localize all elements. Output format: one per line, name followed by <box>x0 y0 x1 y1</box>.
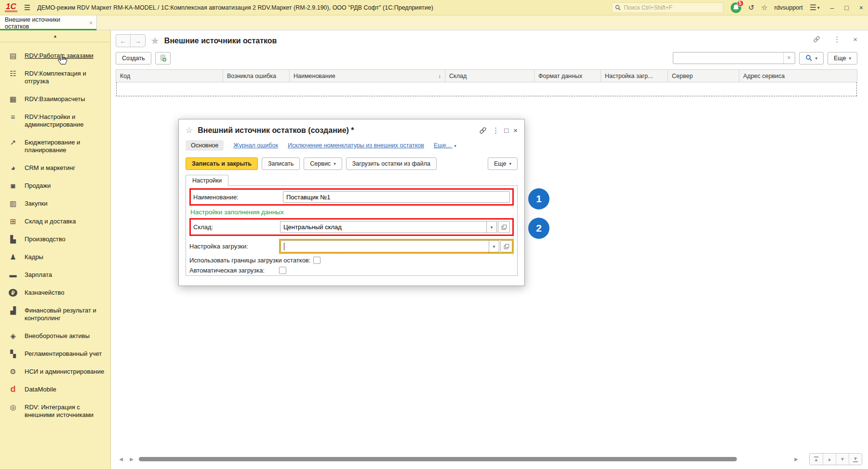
tab-close-icon[interactable]: × <box>89 20 93 26</box>
settings-form: Наименование: Настройки заполнения данны… <box>186 185 518 276</box>
main-menu-icon[interactable]: ☰ <box>24 3 30 12</box>
sidebar-item-noncurrent-assets[interactable]: ◈ Внеоборотные активы <box>0 329 110 343</box>
sidebar-item-rdv-settings-admin[interactable]: ≡ RDV:Настройки и администрирование <box>0 110 110 131</box>
sidebar-item-production[interactable]: ▙ Производство <box>0 233 110 246</box>
sidebar-item-rdv-settlements[interactable]: ▦ RDV:Взаиморасчеты <box>0 92 110 106</box>
close-panel-icon[interactable]: × <box>853 36 857 43</box>
dialog-close-icon[interactable]: × <box>513 126 518 134</box>
create-button[interactable]: Создать <box>116 52 151 65</box>
service-button[interactable]: Сервис ▾ <box>304 157 342 170</box>
tab-external-balance-sources[interactable]: Внешние источники остатков × <box>0 15 97 30</box>
clear-search-icon[interactable]: × <box>783 52 795 64</box>
go-first-button[interactable]: ▲ <box>810 454 823 465</box>
load-setting-dropdown-button[interactable]: ▾ <box>489 240 499 252</box>
warehouse-label: Склад: <box>193 223 280 231</box>
empty-row-focus[interactable] <box>116 82 857 96</box>
list-search-input[interactable]: × <box>673 52 795 64</box>
load-setting-label: Настройка загрузки: <box>189 243 279 250</box>
more-dots-icon[interactable]: ⋮ <box>833 36 841 43</box>
name-input[interactable] <box>283 191 510 203</box>
back-button[interactable]: ← <box>116 35 131 47</box>
scroll-right-icon[interactable]: ▶ <box>126 455 137 464</box>
go-last-button[interactable]: ▼ <box>849 454 862 465</box>
dialog-favorite-star-icon[interactable]: ☆ <box>186 125 193 135</box>
list-search-field[interactable] <box>673 55 783 62</box>
load-setting-open-button[interactable] <box>500 240 512 252</box>
scroll-right-end-icon[interactable]: ▶ <box>791 455 801 464</box>
sidebar-item-datamobile[interactable]: d DataMobile <box>0 383 110 396</box>
column-code[interactable]: Код <box>116 70 223 82</box>
get-link-icon[interactable] <box>813 35 821 43</box>
sidebar-item-crm-marketing[interactable]: ◕ CRM и маркетинг <box>0 161 110 175</box>
maximize-button[interactable]: □ <box>844 4 848 11</box>
boxes-icon: ⊞ <box>9 218 17 225</box>
sidebar-item-treasury[interactable]: ₽ Казначейство <box>0 286 110 300</box>
favorite-star-icon[interactable]: ★ <box>150 35 160 47</box>
dialog-maximize-icon[interactable]: □ <box>504 126 508 134</box>
copy-button[interactable] <box>155 52 171 65</box>
dialog-more-dots-icon[interactable]: ⋮ <box>492 126 499 135</box>
nav-error-log-link[interactable]: Журнал ошибок <box>233 142 278 149</box>
list-more-button[interactable]: Еще ▾ <box>828 52 857 65</box>
global-search-field[interactable] <box>624 4 720 11</box>
global-search-input[interactable] <box>612 2 723 13</box>
sidebar-item-payroll[interactable]: ▬ Зарплата <box>0 268 110 282</box>
sidebar-item-label: RDV:Взаиморасчеты <box>25 95 85 103</box>
save-and-close-button[interactable]: Записать и закрыть <box>186 157 258 170</box>
search-button[interactable]: ▾ <box>799 52 824 65</box>
go-next-button[interactable]: ▼ <box>836 454 849 465</box>
column-server[interactable]: Сервер <box>668 70 739 82</box>
dialog-more-button[interactable]: Еще ▾ <box>488 157 518 170</box>
load-setting-input[interactable] <box>284 243 489 250</box>
favorites-icon[interactable]: ☆ <box>761 4 767 11</box>
go-prev-button[interactable]: ▲ <box>823 454 836 465</box>
horizontal-scrollbar-thumb[interactable] <box>139 457 737 461</box>
nav-more-link[interactable]: Еще... ▾ <box>434 142 456 149</box>
close-window-button[interactable]: × <box>859 4 863 11</box>
load-from-file-button[interactable]: Загрузить остатки из файла <box>346 157 437 170</box>
warehouse-open-button[interactable] <box>498 221 510 233</box>
history-icon[interactable]: ↺ <box>748 4 755 11</box>
sidebar-item-label: Производство <box>25 235 66 243</box>
user-menu-button[interactable]: ☰ ▾ <box>810 3 820 12</box>
warehouse-dropdown-button[interactable]: ▾ <box>486 221 497 233</box>
current-user[interactable]: rdvsupport <box>775 4 803 11</box>
arrow-down-bar-icon: ▼ <box>853 456 858 462</box>
warehouse-input[interactable] <box>280 223 486 231</box>
sidebar-item-label: Регламентированный учет <box>25 350 102 358</box>
sidebar-item-financial-result[interactable]: ▟ Финансовый результат и контроллинг <box>0 304 110 325</box>
column-load-setting[interactable]: Настройка загр... <box>601 70 668 82</box>
sidebar-item-regulated-accounting[interactable]: ▚ Регламентированный учет <box>0 347 110 361</box>
sidebar-item-hr[interactable]: ♟ Кадры <box>0 250 110 264</box>
sidebar-item-budgeting-planning[interactable]: ↗ Бюджетирование и планирование <box>0 136 110 157</box>
use-limits-checkbox[interactable] <box>313 257 320 264</box>
sidebar-item-nsi-admin[interactable]: ⚙ НСИ и администрирование <box>0 365 110 378</box>
column-service-address[interactable]: Адрес сервиса <box>739 70 857 82</box>
collapse-up-icon: ▲ <box>53 34 57 39</box>
dialog-link-icon[interactable] <box>479 126 487 135</box>
column-warehouse[interactable]: Склад <box>445 70 534 82</box>
load-setting-field[interactable] <box>280 240 489 252</box>
column-error[interactable]: Возникла ошибка <box>223 70 290 82</box>
warehouse-field[interactable] <box>280 221 486 233</box>
sidebar-item-label: CRM и маркетинг <box>25 164 75 172</box>
column-data-format[interactable]: Формат данных <box>534 70 601 82</box>
sidebar-item-sales[interactable]: ◙ Продажи <box>0 179 110 193</box>
nav-main-tab[interactable]: Основное <box>186 140 224 151</box>
sidebar-item-rdv-picking-shipping[interactable]: ☷ RDV:Комплектация и отгрузка <box>0 67 110 88</box>
minimize-button[interactable]: – <box>830 4 834 11</box>
nav-excluded-items-link[interactable]: Исключение номенклатуры из внешних остат… <box>288 142 424 149</box>
sidebar-collapse-button[interactable]: ▲ <box>0 30 110 42</box>
sidebar-item-rdv-external-integration[interactable]: ◎ RDV: Интеграция с внешними источниками <box>0 401 110 422</box>
save-button[interactable]: Записать <box>262 157 300 170</box>
sidebar-item-purchases[interactable]: ▥ Закупки <box>0 197 110 210</box>
horizontal-scrollbar[interactable] <box>139 456 789 462</box>
forward-button[interactable]: → <box>131 35 145 47</box>
auto-load-checkbox[interactable] <box>279 267 286 274</box>
sidebar-item-rdv-orders[interactable]: ▤ RDV:Работа с заказами <box>0 49 110 63</box>
tab-settings[interactable]: Настройки <box>186 175 228 186</box>
sidebar-item-warehouse-delivery[interactable]: ⊞ Склад и доставка <box>0 215 110 228</box>
scroll-left-icon[interactable]: ◀ <box>116 455 126 464</box>
notifications-button[interactable]: 5 <box>730 2 742 13</box>
column-name[interactable]: Наименование ↓ <box>290 70 445 82</box>
